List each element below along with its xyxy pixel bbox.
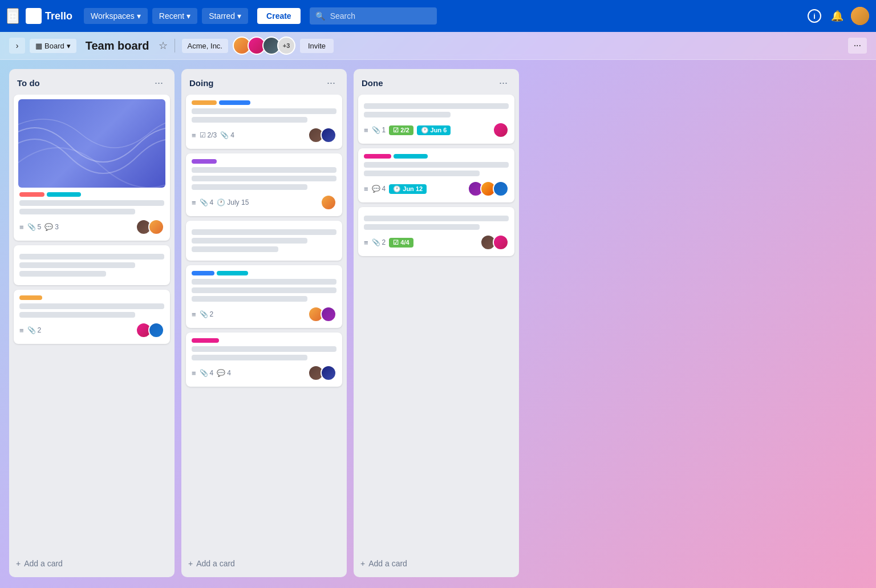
card-text-line	[192, 238, 307, 244]
card-text-line	[364, 112, 451, 117]
card-todo-2[interactable]	[14, 245, 170, 285]
card-avatar-1[interactable]	[321, 194, 336, 210]
description-icon: ≡	[364, 185, 368, 193]
star-icon: ☆	[159, 40, 168, 51]
card-done-1[interactable]: ≡ 📎 1 ☑ 2/2 🕐 Jun 6	[358, 95, 514, 144]
checklist-badge: ☑ 4/4	[389, 238, 413, 248]
board-view-button[interactable]: ▦ Board ▾	[30, 39, 76, 53]
card-doing-4[interactable]: ≡ 📎 2	[186, 265, 342, 328]
clip-icon: 📎	[372, 126, 380, 134]
star-button[interactable]: ☆	[159, 39, 168, 52]
card-text-line	[19, 271, 106, 277]
search-input[interactable]	[310, 7, 437, 25]
column-todo: To do ··· ≡ 📎	[9, 69, 175, 577]
label-blue2	[192, 271, 214, 275]
card-todo-3[interactable]: ≡ 📎 2	[14, 290, 170, 344]
more-options-button[interactable]: ···	[848, 38, 867, 54]
search-container: 🔍	[310, 7, 538, 25]
comment-icon: 💬	[44, 223, 53, 231]
column-todo-menu[interactable]: ···	[151, 76, 167, 90]
card-text-line	[364, 103, 509, 109]
attachments-count: 📎 2	[27, 326, 42, 334]
column-done-menu[interactable]: ···	[496, 76, 511, 90]
card-text-line	[192, 229, 336, 235]
card-cover-image	[18, 99, 165, 188]
card-avatar-2[interactable]	[321, 306, 336, 322]
description-icon: ≡	[192, 198, 196, 207]
card-footer: ≡ 📎 5 💬 3	[19, 219, 164, 235]
card-doing-2[interactable]: ≡ 📎 4 🕐 July 15	[186, 153, 342, 216]
plus-icon: +	[16, 559, 21, 568]
workspaces-menu[interactable]: Workspaces ▾	[84, 8, 148, 24]
card-footer: ≡ 📎 4 💬 4	[192, 365, 336, 381]
clip-icon: 📎	[372, 238, 380, 246]
create-button[interactable]: Create	[257, 8, 301, 24]
recent-menu[interactable]: Recent ▾	[152, 8, 197, 24]
card-text-line	[364, 216, 509, 221]
column-doing-menu[interactable]: ···	[323, 76, 339, 90]
attachments-count: 📎 4	[200, 198, 214, 206]
card-text-line	[192, 355, 307, 360]
column-todo-title: To do	[17, 78, 40, 88]
card-footer: ≡ ☑ 2/3 📎 4	[192, 127, 336, 143]
card-avatar-2[interactable]	[148, 219, 164, 235]
card-doing-3[interactable]	[186, 221, 342, 261]
comment-icon: 💬	[217, 369, 225, 377]
card-text-line	[19, 312, 135, 318]
card-doing-1[interactable]: ≡ ☑ 2/3 📎 4	[186, 95, 342, 149]
card-text-line	[19, 254, 164, 259]
card-text-line	[192, 167, 336, 173]
comment-count: 4	[382, 185, 386, 193]
invite-button[interactable]: Invite	[300, 39, 334, 53]
card-meta: ≡ 💬 4 🕐 Jun 12	[364, 184, 463, 194]
description-icon: ≡	[364, 238, 368, 247]
card-text-line	[192, 279, 336, 285]
trello-logo[interactable]: Trello	[26, 8, 72, 24]
view-chevron: ▾	[67, 42, 71, 50]
card-meta: ≡ 📎 1 ☑ 2/2 🕐 Jun 6	[364, 125, 488, 135]
description-icon: ≡	[19, 223, 24, 232]
card-doing-5[interactable]: ≡ 📎 4 💬 4	[186, 332, 342, 387]
add-card-done[interactable]: + Add a card	[354, 554, 519, 573]
column-done: Done ··· ≡ 📎 1 ☑ 2/2	[354, 69, 519, 577]
member-count-badge[interactable]: +3	[277, 37, 295, 55]
card-labels	[19, 192, 164, 197]
label-teal2	[394, 154, 428, 159]
grid-icon[interactable]: ⊞	[7, 8, 19, 24]
card-text-line	[19, 262, 135, 268]
card-text-line	[364, 224, 480, 230]
board-content: To do ··· ≡ 📎	[0, 60, 876, 586]
svg-rect-0	[29, 11, 33, 18]
check-icon: ☑	[200, 131, 206, 139]
card-meta: ≡ 📎 2	[19, 326, 131, 335]
notifications-button[interactable]: 🔔	[828, 7, 846, 25]
card-done-2[interactable]: ≡ 💬 4 🕐 Jun 12	[358, 148, 514, 202]
user-avatar[interactable]	[851, 7, 869, 25]
starred-menu[interactable]: Starred ▾	[202, 8, 248, 24]
column-doing-header: Doing ···	[181, 69, 347, 95]
date-badge-text: Jun 12	[403, 185, 423, 192]
label-cyan	[47, 192, 81, 197]
create-label: Create	[266, 11, 291, 21]
add-card-todo[interactable]: + Add a card	[9, 554, 175, 573]
card-todo-1[interactable]: ≡ 📎 5 💬 3	[14, 95, 170, 241]
clip-icon: 📎	[200, 369, 208, 377]
description-icon: ≡	[192, 369, 196, 378]
card-avatar-2[interactable]	[321, 365, 336, 381]
recent-chevron: ▾	[186, 11, 190, 21]
add-card-doing[interactable]: + Add a card	[181, 554, 347, 573]
card-avatar-2[interactable]	[321, 127, 336, 143]
card-avatar-3[interactable]	[493, 181, 509, 197]
card-done-3[interactable]: ≡ 📎 2 ☑ 4/4	[358, 207, 514, 256]
workspace-button[interactable]: Acme, Inc.	[182, 39, 228, 53]
sidebar-toggle-button[interactable]: ›	[9, 38, 25, 54]
card-labels	[192, 338, 336, 343]
info-button[interactable]: i	[805, 7, 824, 25]
card-text-line	[19, 200, 164, 206]
clock-icon: 🕐	[217, 198, 225, 206]
workspace-label: Acme, Inc.	[188, 42, 222, 50]
card-avatar-2[interactable]	[493, 234, 509, 250]
card-avatar-1[interactable]	[493, 122, 509, 138]
bell-icon: 🔔	[831, 10, 843, 22]
card-avatar-2[interactable]	[148, 322, 164, 338]
